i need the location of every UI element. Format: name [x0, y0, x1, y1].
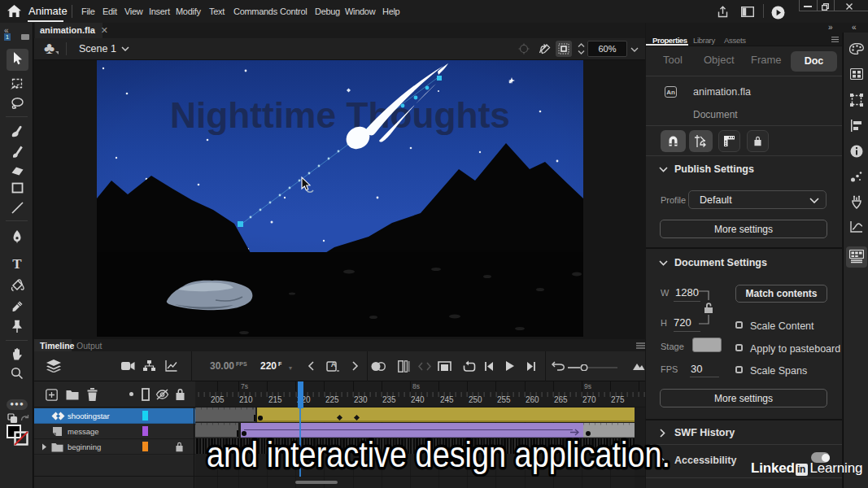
svg-text:A: A — [331, 360, 337, 368]
svg-text:and interactive design applica: and interactive design application. — [207, 434, 670, 475]
svg-text:Nighttime Thoughts: Nighttime Thoughts — [170, 94, 510, 136]
